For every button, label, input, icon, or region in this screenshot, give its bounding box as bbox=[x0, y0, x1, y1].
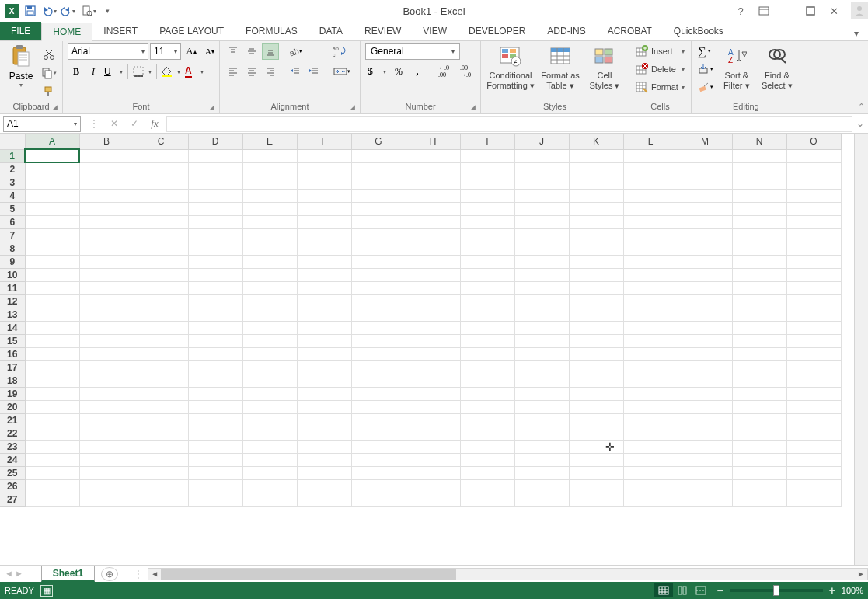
cut-icon[interactable] bbox=[40, 46, 58, 63]
cell[interactable] bbox=[134, 294, 188, 308]
font-color-icon[interactable]: A▾ bbox=[183, 63, 206, 80]
row-header[interactable]: 14 bbox=[0, 321, 25, 334]
view-normal-icon[interactable] bbox=[654, 583, 673, 597]
cell[interactable] bbox=[460, 334, 514, 347]
cell[interactable] bbox=[79, 400, 134, 413]
column-header[interactable]: A bbox=[25, 134, 79, 149]
cell[interactable] bbox=[242, 334, 297, 347]
cell[interactable] bbox=[188, 294, 242, 308]
cell[interactable] bbox=[678, 202, 732, 215]
cell[interactable] bbox=[623, 215, 678, 228]
name-box[interactable]: A1▾ bbox=[3, 116, 81, 132]
cell[interactable] bbox=[406, 493, 460, 506]
cell[interactable] bbox=[242, 149, 297, 162]
column-header[interactable]: E bbox=[242, 134, 297, 149]
increase-indent-icon[interactable] bbox=[305, 63, 322, 80]
cell[interactable] bbox=[623, 281, 678, 294]
cell[interactable] bbox=[297, 453, 351, 466]
cell[interactable] bbox=[514, 189, 569, 202]
cell[interactable] bbox=[25, 360, 79, 374]
font-dialog-launcher-icon[interactable]: ◢ bbox=[207, 103, 216, 112]
cell[interactable] bbox=[623, 321, 678, 334]
tab-insert[interactable]: INSERT bbox=[92, 22, 148, 40]
print-preview-icon[interactable]: ▾ bbox=[80, 2, 97, 19]
cell[interactable] bbox=[732, 334, 786, 347]
cell[interactable] bbox=[79, 189, 134, 202]
cell[interactable] bbox=[569, 281, 623, 294]
cell[interactable] bbox=[514, 255, 569, 268]
column-header[interactable]: D bbox=[188, 134, 242, 149]
cell[interactable] bbox=[297, 440, 351, 453]
row-header[interactable]: 20 bbox=[0, 400, 25, 413]
row-header[interactable]: 9 bbox=[0, 255, 25, 268]
cell[interactable] bbox=[786, 149, 841, 162]
cell[interactable] bbox=[406, 427, 460, 440]
row-header[interactable]: 22 bbox=[0, 427, 25, 440]
cell[interactable] bbox=[351, 334, 406, 347]
help-icon[interactable]: ? bbox=[730, 2, 751, 19]
cell[interactable] bbox=[351, 176, 406, 189]
tab-page-layout[interactable]: PAGE LAYOUT bbox=[148, 22, 235, 40]
cell[interactable] bbox=[297, 215, 351, 228]
cell[interactable] bbox=[514, 242, 569, 255]
cell[interactable] bbox=[79, 294, 134, 308]
cell[interactable] bbox=[406, 162, 460, 176]
cell[interactable] bbox=[623, 374, 678, 387]
font-size-combo[interactable]: 11▾ bbox=[150, 43, 181, 60]
cell[interactable] bbox=[678, 440, 732, 453]
collapse-ribbon-caret-icon[interactable]: ⌃ bbox=[858, 102, 865, 112]
row-header[interactable]: 3 bbox=[0, 176, 25, 189]
tab-home[interactable]: HOME bbox=[41, 23, 92, 41]
cell[interactable] bbox=[514, 281, 569, 294]
cell[interactable] bbox=[134, 453, 188, 466]
cell[interactable] bbox=[460, 413, 514, 427]
cell[interactable] bbox=[460, 440, 514, 453]
save-icon[interactable] bbox=[22, 2, 39, 19]
cell[interactable] bbox=[678, 215, 732, 228]
merge-center-icon[interactable]: ▾ bbox=[329, 63, 355, 80]
cell[interactable] bbox=[623, 453, 678, 466]
cell[interactable] bbox=[134, 176, 188, 189]
cell[interactable] bbox=[134, 268, 188, 281]
cell[interactable] bbox=[188, 347, 242, 360]
tab-data[interactable]: DATA bbox=[309, 22, 354, 40]
cell[interactable] bbox=[460, 374, 514, 387]
cell[interactable] bbox=[732, 427, 786, 440]
cell[interactable] bbox=[623, 149, 678, 162]
cell[interactable] bbox=[569, 228, 623, 242]
number-dialog-launcher-icon[interactable]: ◢ bbox=[468, 103, 477, 112]
copy-icon[interactable]: ▾ bbox=[40, 64, 58, 82]
cell[interactable] bbox=[242, 360, 297, 374]
file-tab[interactable]: FILE bbox=[0, 21, 41, 40]
cell[interactable] bbox=[188, 149, 242, 162]
align-left-icon[interactable] bbox=[225, 63, 242, 80]
align-center-icon[interactable] bbox=[243, 63, 260, 80]
cell[interactable] bbox=[786, 281, 841, 294]
cell[interactable] bbox=[732, 440, 786, 453]
cell[interactable] bbox=[786, 321, 841, 334]
cell[interactable] bbox=[79, 413, 134, 427]
cell[interactable] bbox=[242, 281, 297, 294]
cell[interactable] bbox=[134, 413, 188, 427]
row-header[interactable]: 18 bbox=[0, 374, 25, 387]
cell[interactable] bbox=[188, 387, 242, 400]
cell[interactable] bbox=[188, 228, 242, 242]
cell[interactable] bbox=[25, 162, 79, 176]
customize-qat-icon[interactable]: ▾ bbox=[99, 2, 116, 19]
cell[interactable] bbox=[134, 255, 188, 268]
cell[interactable] bbox=[242, 176, 297, 189]
cell[interactable] bbox=[351, 268, 406, 281]
cell[interactable] bbox=[79, 334, 134, 347]
cell[interactable] bbox=[678, 308, 732, 321]
row-header[interactable]: 6 bbox=[0, 215, 25, 228]
cell-styles-button[interactable]: Cell Styles ▾ bbox=[585, 43, 624, 91]
cell[interactable] bbox=[406, 255, 460, 268]
row-header[interactable]: 19 bbox=[0, 387, 25, 400]
tab-formulas[interactable]: FORMULAS bbox=[235, 22, 309, 40]
cell[interactable] bbox=[786, 453, 841, 466]
enter-formula-icon[interactable]: ✓ bbox=[124, 116, 145, 132]
cell[interactable] bbox=[406, 228, 460, 242]
cell[interactable] bbox=[297, 242, 351, 255]
cell[interactable] bbox=[25, 334, 79, 347]
cell[interactable] bbox=[623, 189, 678, 202]
